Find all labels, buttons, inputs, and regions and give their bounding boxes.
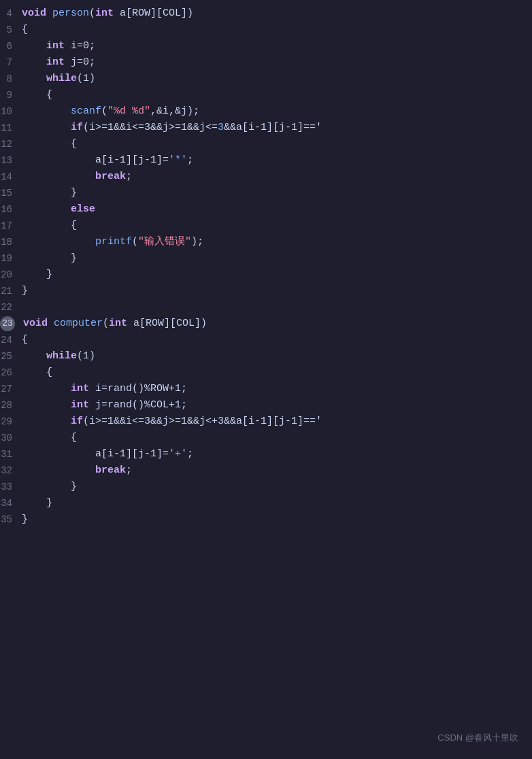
line-number: 13 (0, 152, 22, 169)
token-normal: a[i-1][j-1]= (22, 154, 169, 166)
code-content: int i=0; (22, 38, 532, 54)
token-fn-name: computer (54, 318, 103, 329)
code-content: while(1) (22, 71, 532, 87)
line-number: 11 (0, 120, 22, 136)
line-number: 6 (0, 38, 22, 54)
token-normal: { (22, 138, 77, 150)
code-line: 9 { (0, 87, 532, 103)
code-line: 33 } (0, 479, 532, 495)
token-fn-name: scanf (71, 105, 101, 117)
code-content: void person(int a[ROW][COL]) (22, 5, 532, 22)
line-number: 33 (0, 479, 22, 495)
token-kw-int: int (109, 318, 127, 329)
line-number: 4 (0, 5, 22, 22)
token-normal: (1) (77, 73, 95, 84)
token-normal: ( (132, 236, 138, 248)
line-number: 15 (0, 185, 22, 201)
token-normal: } (22, 481, 77, 492)
token-normal (22, 40, 46, 52)
code-line: 29 if(i>=1&&i<=3&&j>=1&&j<+3&&a[i-1][j-1… (0, 414, 532, 430)
code-content: } (22, 495, 532, 511)
code-content: } (22, 267, 532, 283)
token-normal: { (22, 367, 52, 378)
token-kw-int: int (46, 56, 65, 68)
code-content: a[i-1][j-1]='+'; (22, 446, 532, 462)
token-normal: { (22, 334, 28, 345)
code-content: { (22, 87, 532, 103)
code-line: 18 printf("输入错误"); (0, 234, 532, 250)
code-line: 28 int j=rand()%COL+1; (0, 397, 532, 414)
code-line: 25 while(1) (0, 348, 532, 365)
token-normal: &&a[i-1][j-1]==' (224, 122, 322, 133)
token-kw-break: break (95, 465, 126, 476)
line-number: 16 (0, 201, 22, 218)
token-normal: a[ROW][COL]) (114, 7, 193, 19)
code-line: 12 { (0, 136, 532, 152)
token-normal: } (22, 497, 52, 509)
token-kw-int: int (71, 399, 89, 411)
token-normal: (i>=1&&i<=3&&j>=1&&j<+3&&a[i-1][j-1]==' (83, 416, 322, 427)
token-normal (22, 56, 46, 68)
token-normal: i=rand()%ROW+1; (89, 383, 187, 394)
code-line: 23void computer(int a[ROW][COL]) (0, 316, 532, 332)
token-normal: ; (187, 448, 193, 460)
code-content: } (22, 479, 532, 495)
token-normal: } (22, 513, 28, 525)
code-line: 17 { (0, 218, 532, 234)
code-line: 10 scanf("%d %d",&i,&j); (0, 103, 532, 120)
token-string: "%d %d" (107, 105, 150, 117)
token-kw-int: int (46, 40, 65, 52)
code-content: if(i>=1&&i<=3&&j>=1&&j<+3&&a[i-1][j-1]==… (22, 414, 532, 430)
line-number: 31 (0, 446, 22, 462)
code-line: 27 int i=rand()%ROW+1; (0, 381, 532, 397)
code-content: break; (22, 169, 532, 185)
token-normal: j=0; (65, 56, 95, 68)
token-kw-if: if (71, 416, 83, 427)
token-normal: } (22, 285, 28, 297)
line-number: 35 (0, 511, 22, 528)
token-normal (22, 203, 71, 215)
token-normal: (1) (77, 350, 95, 362)
token-normal: ( (103, 318, 109, 329)
line-number: 23 (0, 316, 15, 331)
line-number: 26 (0, 365, 22, 381)
code-content: void computer(int a[ROW][COL]) (23, 316, 532, 332)
line-number: 32 (0, 462, 22, 479)
line-number: 17 (0, 218, 22, 234)
line-number: 28 (0, 397, 22, 414)
line-number: 27 (0, 381, 22, 397)
line-number: 7 (0, 54, 22, 71)
code-content: } (22, 511, 532, 528)
token-kw-void: void (22, 7, 46, 19)
token-kw-else: else (71, 203, 95, 215)
code-line: 32 break; (0, 462, 532, 479)
code-content: int i=rand()%ROW+1; (22, 381, 532, 397)
line-number: 14 (0, 169, 22, 185)
token-char-val: '*' (169, 154, 187, 166)
code-content: } (22, 185, 532, 201)
token-normal: a[ROW][COL]) (127, 318, 207, 329)
token-kw-break: break (95, 171, 126, 182)
code-line: 5{ (0, 22, 532, 38)
code-line: 34 } (0, 495, 532, 511)
code-line: 11 if(i>=1&&i<=3&&j>=1&&j<=3&&a[i-1][j-1… (0, 120, 532, 136)
code-line: 24{ (0, 332, 532, 348)
token-normal (22, 122, 71, 133)
line-number: 18 (0, 234, 22, 250)
code-editor: 4void person(int a[ROW][COL])5{6 int i=0… (0, 0, 532, 533)
token-normal: i=0; (65, 40, 95, 52)
code-content: { (22, 218, 532, 234)
token-normal: a[i-1][j-1]= (22, 448, 169, 460)
code-content: { (22, 136, 532, 152)
token-kw-int: int (95, 7, 114, 19)
code-line: 30 { (0, 430, 532, 446)
token-normal: } (22, 269, 52, 280)
code-content: int j=0; (22, 54, 532, 71)
token-fn-name: person (52, 7, 89, 19)
code-content: scanf("%d %d",&i,&j); (22, 103, 532, 120)
token-normal (46, 7, 52, 19)
line-number: 10 (0, 103, 22, 120)
token-normal: { (22, 89, 52, 101)
token-kw-if: if (71, 122, 83, 133)
line-number: 19 (0, 250, 22, 267)
